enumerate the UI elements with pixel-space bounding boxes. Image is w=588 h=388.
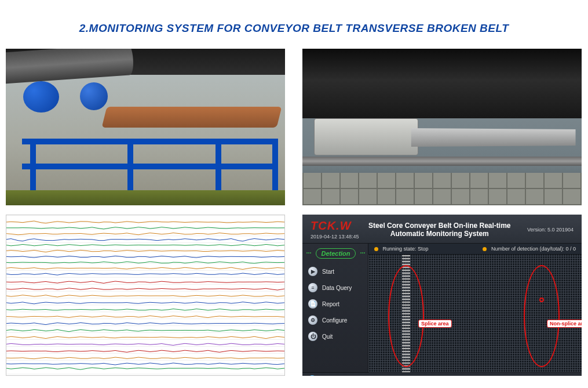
menu-item-data-query[interactable]: ≡ Data Query [306,280,364,296]
defect-marker [539,298,544,302]
app-footer: Speed: 0.0 m/s [302,372,582,376]
content-grid: TCK.W 2019-04-12 13:48:45 Steel Core Con… [0,49,588,376]
menu-item-report[interactable]: 📄 Report [306,296,364,312]
nonsplice-label: Non-splice area [547,320,582,328]
menu-label: Configure [322,317,347,324]
frame-leg [30,139,36,197]
photo-sensor-silver-bar [302,49,582,205]
menu-label: Start [322,269,334,275]
power-icon: ⏻ [308,332,317,341]
frame-leg [272,139,278,197]
app-body: Detection ▶ Start ≡ Data Query 📄 Report [302,244,582,372]
belt-scan-canvas[interactable]: Splice area Non-splice area [368,255,582,372]
nonsplice-area-marker [524,265,560,367]
app-version: Version: 5.0 201904 [520,227,574,233]
header-timestamp: 2019-04-12 13:48:45 [311,233,359,240]
running-state-value: Stop [418,246,429,252]
menu-item-configure[interactable]: ⚙ Configure [306,312,364,328]
running-state-label: Running state: [383,246,417,252]
sensor-tray [102,107,282,128]
app-header: TCK.W 2019-04-12 13:48:45 Steel Core Con… [302,215,582,244]
page-title: 2.MONITORING SYSTEM FOR CONVEYOR BELT TR… [0,0,588,49]
belt-underside [302,49,582,118]
running-state: Running state: Stop [374,246,429,252]
app-logo: TCK.W 2019-04-12 13:48:45 [311,219,359,240]
logo-text: TCK.W [311,219,359,233]
detection-chip: Detection [316,248,355,259]
menu-label: Data Query [322,285,352,291]
sidebar-menu: ▶ Start ≡ Data Query 📄 Report ⚙ Configur… [306,263,364,345]
status-bar: Running state: Stop Number of detection … [368,244,582,255]
play-icon: ▶ [308,267,317,276]
sidebar: Detection ▶ Start ≡ Data Query 📄 Report [302,244,368,372]
signal-svg [6,215,284,375]
frame-bar [22,164,275,169]
ground-vegetation [6,190,285,205]
globe-icon [308,375,316,376]
sensor-bar [411,128,576,147]
drum-roller [6,49,134,85]
detection-count-value: 0 / 0 [565,246,576,252]
ground-paving [302,173,582,205]
status-dot-icon [483,247,487,251]
detection-count-label: Number of detection (day/total): [491,246,564,252]
menu-label: Report [322,301,339,307]
sensor-drum-right [80,82,108,110]
gear-icon: ⚙ [308,316,317,325]
app-title: Steel Core Conveyer Belt On-line Real-ti… [367,222,512,238]
list-icon: ≡ [308,283,317,292]
frame-bar [22,139,275,144]
photo-sensor-blue-frame [6,49,285,205]
header-center: Steel Core Conveyer Belt On-line Real-ti… [367,222,512,238]
signal-trace-chart [6,215,285,376]
sensor-housing [314,118,418,155]
monitoring-software-window: TCK.W 2019-04-12 13:48:45 Steel Core Con… [302,215,582,376]
menu-item-quit[interactable]: ⏻ Quit [306,328,364,345]
detection-count: Number of detection (day/total): 0 / 0 [483,246,576,252]
frame-leg [216,139,221,197]
support-pipe [302,157,582,166]
splice-area-marker [388,265,424,367]
report-icon: 📄 [308,299,317,309]
sensor-drum-left [23,81,59,113]
menu-label: Quit [322,333,333,340]
menu-item-start[interactable]: ▶ Start [306,263,364,280]
main-area: Running state: Stop Number of detection … [368,244,582,372]
splice-label: Splice area [418,320,452,328]
frame-leg [127,139,133,197]
status-dot-icon [374,247,378,251]
